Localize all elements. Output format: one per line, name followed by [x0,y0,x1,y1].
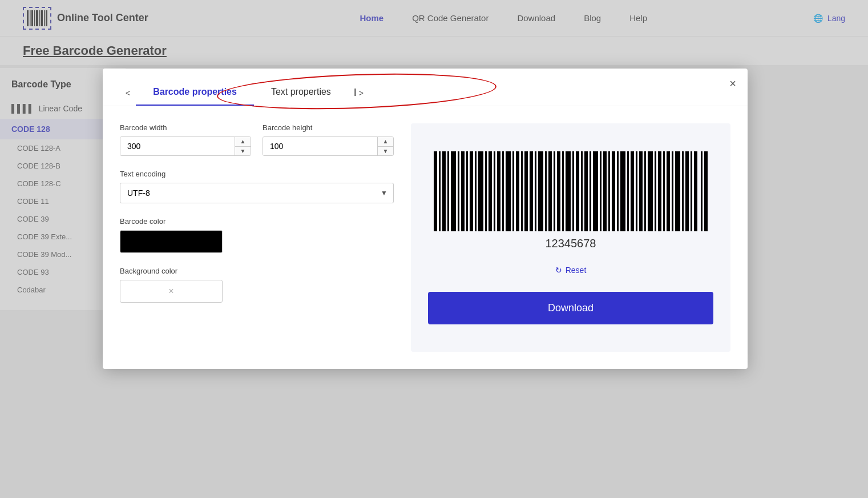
svg-rect-68 [704,151,708,231]
barcode-color-swatch[interactable] [120,230,223,253]
svg-rect-20 [485,151,487,231]
svg-rect-26 [512,151,514,231]
barcode-color-label: Barcode color [120,217,394,226]
chevron-right-icon: > [359,89,364,98]
chevron-left-icon: < [126,89,130,98]
svg-rect-23 [497,151,500,231]
svg-rect-53 [636,151,637,231]
barcode-height-spinners: ▲ ▼ [377,137,393,155]
svg-rect-65 [691,151,692,231]
svg-rect-14 [458,151,459,231]
clear-bg-icon[interactable]: × [168,286,173,296]
svg-rect-36 [557,151,560,231]
svg-rect-62 [675,151,680,231]
svg-rect-12 [447,151,449,231]
svg-rect-57 [655,151,656,231]
barcode-height-input-wrap: ▲ ▼ [263,136,394,156]
svg-rect-30 [530,151,533,231]
svg-rect-10 [439,151,441,231]
svg-rect-34 [548,151,552,231]
reset-label: Reset [566,266,587,275]
svg-rect-37 [562,151,564,231]
barcode-width-input[interactable] [120,137,235,155]
barcode-text: 12345678 [546,237,596,250]
barcode-width-input-wrap: ▲ ▼ [120,136,251,156]
barcode-width-group: Barcode width ▲ ▼ [120,123,251,156]
tab-barcode-properties[interactable]: Barcode properties [136,80,254,106]
svg-rect-39 [572,151,574,231]
barcode-preview: 12345678 ↻ Reset Download [411,123,730,352]
svg-rect-45 [600,151,601,231]
svg-rect-24 [502,151,504,231]
svg-rect-52 [631,151,634,231]
tab-text-properties[interactable]: Text properties [254,80,348,106]
svg-rect-15 [461,151,465,231]
svg-rect-35 [554,151,555,231]
tab-barcode-label: Barcode properties [153,87,237,97]
svg-rect-31 [535,151,536,231]
svg-rect-13 [451,151,456,231]
svg-rect-19 [478,151,483,231]
text-encoding-select-wrap: UTF-8 ASCII ISO-8859-1 ▼ [120,183,394,203]
svg-rect-59 [663,151,665,231]
barcode-width-spinners: ▲ ▼ [235,137,251,155]
svg-rect-11 [442,151,446,231]
svg-rect-55 [644,151,646,231]
barcode-height-label: Barcode height [263,123,394,132]
background-color-swatch[interactable]: × [120,280,223,303]
svg-rect-9 [434,151,437,231]
modal-body: Barcode width ▲ ▼ Barcode height [103,106,748,369]
barcode-height-down[interactable]: ▼ [378,147,393,156]
text-encoding-select[interactable]: UTF-8 ASCII ISO-8859-1 [120,183,375,203]
svg-rect-64 [685,151,689,231]
properties-modal: < Barcode properties Text properties I >… [103,69,748,369]
svg-rect-17 [470,151,473,231]
barcode-width-label: Barcode width [120,123,251,132]
svg-rect-25 [506,151,511,231]
modal-tabs: < Barcode properties Text properties I > [120,80,369,106]
svg-rect-46 [603,151,607,231]
text-encoding-label: Text encoding [120,170,394,178]
svg-rect-38 [566,151,571,231]
reset-button[interactable]: ↻ Reset [555,266,587,275]
svg-rect-41 [581,151,583,231]
barcode-height-up[interactable]: ▲ [378,137,393,146]
svg-rect-40 [576,151,579,231]
select-arrow-icon: ▼ [375,183,393,203]
barcode-width-up[interactable]: ▲ [235,137,251,146]
barcode-height-input[interactable] [263,137,377,155]
svg-rect-61 [672,151,673,231]
modal-close-button[interactable]: × [729,77,736,90]
svg-rect-33 [545,151,547,231]
svg-rect-43 [590,151,591,231]
svg-rect-48 [612,151,615,231]
svg-rect-32 [538,151,543,231]
svg-rect-49 [617,151,619,231]
svg-rect-18 [475,151,477,231]
svg-rect-67 [701,151,703,231]
cursor-icon: I [354,87,357,99]
barcode-image: 12345678 [434,151,708,254]
svg-rect-28 [521,151,523,231]
svg-rect-27 [516,151,519,231]
tab-nav-prev[interactable]: < [120,80,136,106]
svg-rect-51 [627,151,629,231]
text-encoding-group: Text encoding UTF-8 ASCII ISO-8859-1 ▼ [120,170,394,203]
barcode-width-down[interactable]: ▼ [235,147,251,156]
tab-text-label: Text properties [271,87,331,97]
modal-form: Barcode width ▲ ▼ Barcode height [120,123,394,352]
reset-icon: ↻ [555,266,562,275]
dimensions-row: Barcode width ▲ ▼ Barcode height [120,123,394,156]
svg-rect-42 [584,151,588,231]
tab-cursor: I > [348,80,369,106]
svg-rect-66 [694,151,697,231]
barcode-height-group: Barcode height ▲ ▼ [263,123,394,156]
svg-rect-22 [494,151,495,231]
svg-rect-21 [488,151,492,231]
svg-rect-60 [667,151,670,231]
download-button[interactable]: Download [428,292,713,324]
svg-rect-44 [593,151,598,231]
barcode-color-group: Barcode color [120,217,394,253]
svg-rect-58 [658,151,661,231]
svg-rect-29 [524,151,528,231]
